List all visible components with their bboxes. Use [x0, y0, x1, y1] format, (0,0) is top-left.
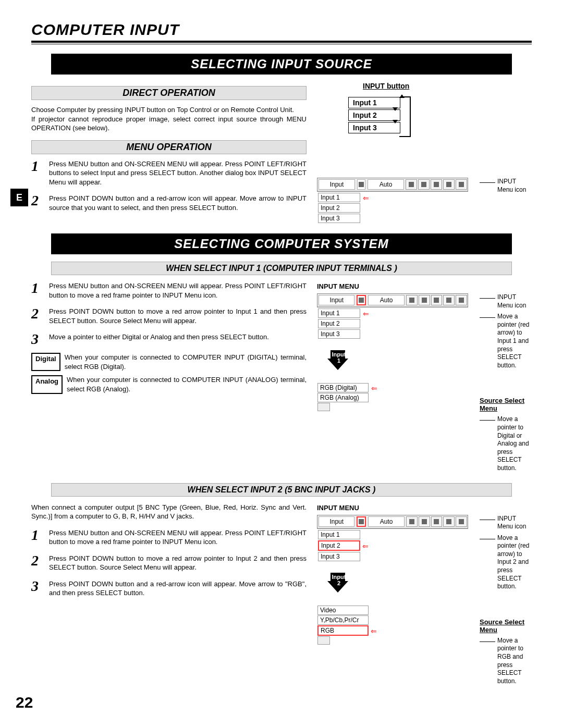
osd-item: Input 2 [318, 203, 360, 213]
step-text: Press POINT DOWN button to move a red ar… [49, 307, 307, 325]
icon-button-selected [357, 295, 366, 305]
step-text: Press POINT DOWN button and a red-arrow … [49, 194, 307, 212]
osd-item: Input 1 [318, 193, 360, 202]
icon-button [357, 179, 365, 190]
icon-button [431, 516, 443, 527]
source-footer-icon [317, 636, 330, 645]
osd-auto-cell: Auto [368, 179, 404, 190]
step-text: Press MENU button and ON-SCREEN MENU wil… [49, 528, 307, 547]
input-menu-title: INPUT MENU [317, 282, 532, 290]
subsection-heading: WHEN SELECT INPUT 1 (COMPUTER INPUT TERM… [51, 262, 511, 275]
input-menu-title: INPUT MENU [317, 504, 532, 512]
subsection-heading: WHEN SELECT INPUT 2 (5 BNC INPUT JACKS ) [51, 483, 511, 497]
input-option: Input 2 [348, 109, 400, 121]
osd-input-cell: Input [319, 516, 354, 527]
arrow-label: Input 2 [332, 574, 346, 586]
arrow-down-block-icon: Input 2 [327, 581, 348, 593]
osd-item: Input 1 [318, 530, 360, 539]
step-number: 3 [31, 332, 49, 346]
page-title: COMPUTER INPUT [31, 21, 532, 39]
body-text: When connect a computer output [5 BNC Ty… [31, 503, 307, 521]
loop-bracket-icon [401, 96, 411, 137]
step-text: Move a pointer to either Digital or Anal… [49, 332, 307, 346]
body-text: Choose Computer by pressing INPUT button… [31, 105, 307, 133]
step-item: 1 Press MENU button and ON-SCREEN MENU w… [31, 159, 307, 187]
input-option: Input 1 [348, 97, 400, 108]
digital-label: Digital [31, 353, 60, 371]
rule [31, 44, 532, 44]
icon-button [456, 295, 467, 305]
source-select-title: Source Select Menu [480, 618, 532, 634]
icon-button [406, 295, 418, 305]
step-text: Press MENU button and ON-SCREEN MENU wil… [49, 159, 307, 187]
note-text: Move a pointer to Digital or Analog and … [497, 415, 532, 472]
osd-item: Input 1 [318, 309, 360, 318]
source-item: RGB [317, 625, 369, 636]
step-number: 2 [31, 554, 49, 572]
step-number: 3 [31, 579, 49, 598]
section-title: SELECTING COMPUTER SYSTEM [51, 233, 511, 254]
source-select-title: Source Select Menu [480, 397, 532, 412]
osd-item: Input 2 [318, 540, 360, 551]
subsection-heading: MENU OPERATION [31, 140, 307, 154]
icon-button [418, 179, 430, 190]
osd-input-cell: Input [319, 295, 354, 305]
step-number: 1 [31, 159, 49, 187]
section-title: SELECTING INPUT SOURCE [51, 54, 511, 75]
source-item: RGB (Analog) [317, 393, 369, 402]
icon-button [406, 179, 417, 190]
icon-button [443, 295, 455, 305]
arrow-label: Input 1 [332, 351, 346, 364]
icon-button [419, 295, 430, 305]
analog-label: Analog [31, 375, 63, 393]
osd-input-menu: Input Auto Input 1 I [317, 175, 532, 224]
note-text: Move a pointer (red arrow) to Input 1 an… [497, 313, 532, 369]
analog-text: When your computer is connected to COMPU… [67, 375, 307, 393]
step-text: Press MENU button and ON-SCREEN MENU wil… [49, 281, 307, 300]
osd-item: Input 3 [318, 214, 360, 223]
icon-button [443, 516, 455, 527]
icon-button-selected [357, 516, 366, 527]
source-item: RGB (Digital) [317, 383, 369, 392]
step-item: 2 Press POINT DOWN button and a red-arro… [31, 194, 307, 212]
rule [31, 41, 532, 43]
note-text: INPUT Menu icon [497, 515, 532, 531]
step-number: 2 [31, 194, 49, 212]
source-item: Video [317, 606, 369, 615]
icon-button [431, 295, 443, 305]
osd-input-cell: Input [319, 179, 355, 190]
step-text: Press POINT DOWN button and a red-arrow … [49, 579, 307, 598]
icon-button [431, 179, 442, 190]
input-button-label: INPUT button [363, 82, 532, 90]
osd-auto-cell: Auto [368, 516, 404, 527]
note-text: Move a pointer to RGB and press SELECT b… [497, 637, 532, 686]
step-number: 1 [31, 281, 49, 300]
page-number: 22 [16, 694, 33, 711]
icon-button [419, 516, 430, 527]
osd-item: Input 3 [318, 552, 360, 561]
osd-auto-cell: Auto [368, 295, 404, 305]
note-text: INPUT Menu icon [497, 178, 532, 194]
osd-item: Input 2 [318, 319, 360, 328]
icon-button [406, 516, 418, 527]
language-tab: E [10, 189, 28, 206]
page: E 22 COMPUTER INPUT SELECTING INPUT SOUR… [0, 0, 563, 728]
icon-button [456, 179, 467, 190]
step-number: 2 [31, 307, 49, 325]
subsection-heading: DIRECT OPERATION [31, 86, 307, 100]
step-text: Press POINT DOWN button to move a red ar… [49, 554, 307, 572]
steps-a: 1Press MENU button and ON-SCREEN MENU wi… [31, 281, 307, 346]
arrow-down-block-icon: Input 1 [327, 359, 348, 370]
icon-button [443, 179, 455, 190]
source-footer-icon [317, 403, 330, 411]
input-option: Input 3 [348, 122, 400, 133]
icon-button [456, 516, 467, 527]
menu-steps: 1 Press MENU button and ON-SCREEN MENU w… [31, 159, 307, 213]
steps-b: 1Press MENU button and ON-SCREEN MENU wi… [31, 528, 307, 598]
note-text: INPUT Menu icon [497, 293, 532, 310]
digital-text: When your computer is connected to COMPU… [65, 353, 307, 371]
input-button-diagram: Input 1 Input 2 Input 3 [348, 94, 532, 137]
osd-item: Input 3 [318, 329, 360, 339]
step-number: 1 [31, 528, 49, 547]
source-item: Y,Pb/Cb,Pr/Cr [317, 615, 369, 625]
